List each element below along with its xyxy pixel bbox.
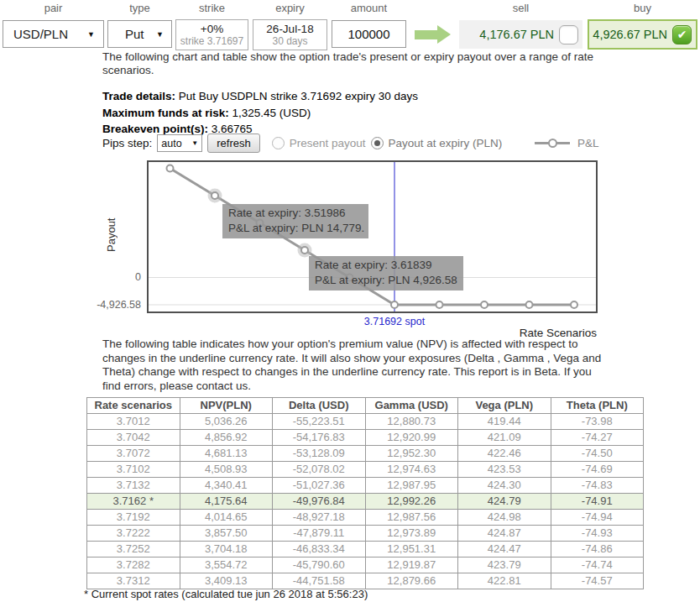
table-cell: 423.53 xyxy=(458,462,551,478)
table-cell: 3.7012 xyxy=(87,414,180,430)
sell-checkbox[interactable] xyxy=(559,25,578,44)
table-cell: 419.44 xyxy=(458,414,551,430)
table-header-row: Rate scenariosNPV(PLN)Delta (USD)Gamma (… xyxy=(87,398,644,414)
table-cell: -46,833.34 xyxy=(273,542,366,558)
table-row: 3.71924,014.65-48,927.1812,987.56424.98-… xyxy=(87,510,644,526)
trade-details-label: Trade details: xyxy=(102,90,175,102)
table-cell: 12,992.26 xyxy=(365,494,458,510)
sell-price-box[interactable]: 4,176.67 PLN xyxy=(459,20,582,49)
table-cell: 3,857.50 xyxy=(180,526,273,542)
table-cell: 3.7312 xyxy=(87,573,180,589)
refresh-button[interactable]: refresh xyxy=(207,133,259,153)
chart-point[interactable] xyxy=(391,301,398,308)
pair-select-value: USD/PLN xyxy=(13,27,68,41)
sell-column-label: sell xyxy=(459,2,582,14)
chart-tooltip: Rate at expiry: 3.61839 P&L at expiry: P… xyxy=(309,256,463,291)
table-cell: -54,176.83 xyxy=(273,430,366,446)
table-cell: 12,880.73 xyxy=(365,414,458,430)
chart-point[interactable] xyxy=(436,301,443,308)
pips-step-select[interactable]: auto ▼ xyxy=(157,134,202,152)
table-cell: -74.27 xyxy=(551,430,644,446)
payout-at-expiry-radio[interactable] xyxy=(371,137,384,149)
expiry-column-label: expiry xyxy=(253,2,327,14)
strike-value: strike 3.71697 xyxy=(180,35,243,48)
table-cell: 421.09 xyxy=(458,430,551,446)
chart-point[interactable] xyxy=(301,247,308,254)
y-tick-premium: -4,926.58 xyxy=(82,299,141,311)
table-cell: 424.79 xyxy=(458,494,551,510)
table-row: 3.71024,508.93-52,078.0212,974.63423.53-… xyxy=(87,462,644,478)
buy-checkbox-checked[interactable]: ✔ xyxy=(672,25,692,44)
tooltip-rate: Rate at expiry: 3.61839 xyxy=(315,258,457,273)
table-cell: 424.47 xyxy=(458,542,551,558)
table-cell: 12,987.95 xyxy=(365,478,458,494)
type-column-label: type xyxy=(107,2,172,14)
payout-chart[interactable]: Rate at expiry: 3.51986 P&L at expiry: P… xyxy=(147,160,598,313)
table-cell: 424.87 xyxy=(458,526,551,542)
chart-point[interactable] xyxy=(525,301,532,308)
pair-select[interactable]: USD/PLN ▼ xyxy=(3,20,104,48)
table-cell: 422.81 xyxy=(458,573,551,589)
amount-input[interactable] xyxy=(332,20,406,48)
max-risk-line: Maximum funds at risk: 1,325.45 (USD) xyxy=(102,105,418,122)
table-cell: 12,920.99 xyxy=(365,430,458,446)
tooltip-pnl: P&L at expiry: PLN 4,926.58 xyxy=(315,273,457,288)
sell-price: 4,176.67 PLN xyxy=(479,28,554,41)
table-header-cell: NPV(PLN) xyxy=(180,398,273,414)
chart-legend: P&L xyxy=(535,133,599,154)
present-payout-label: Present payout xyxy=(290,137,366,149)
table-cell: 3.7132 xyxy=(87,478,180,494)
max-risk-label: Maximum funds at risk: xyxy=(102,107,229,119)
table-cell: 4,014.65 xyxy=(180,510,273,526)
table-cell: 424.98 xyxy=(458,510,551,526)
expiry-days: 30 days xyxy=(272,35,307,48)
expiry-box[interactable]: 26-Jul-18 30 days xyxy=(253,19,327,50)
spot-rate-footnote: * Current spot rates (calculated tue jun… xyxy=(84,588,368,600)
table-header-cell: Delta (USD) xyxy=(273,398,366,414)
green-arrow-icon xyxy=(415,30,437,39)
table-row: 3.70724,681.13-53,128.0912,952.30422.46-… xyxy=(87,446,644,462)
options-payout-page: pair type strike expiry amount sell buy … xyxy=(0,0,700,602)
trade-details-line: Trade details: Put Buy USDPLN strike 3.7… xyxy=(102,88,418,105)
type-select[interactable]: Put ▼ xyxy=(107,20,172,48)
table-cell: 12,951.31 xyxy=(365,542,458,558)
table-row: 3.70424,856.92-54,176.8312,920.99421.09-… xyxy=(87,430,644,446)
strike-box[interactable]: +0% strike 3.71697 xyxy=(175,19,248,50)
table-cell: 3.7282 xyxy=(87,558,180,573)
legend-label: P&L xyxy=(577,137,599,149)
intro-paragraph: The following chart and table show the o… xyxy=(102,50,606,77)
legend-point-icon xyxy=(548,139,557,148)
strike-percent: +0% xyxy=(201,23,223,35)
chart-point[interactable] xyxy=(212,192,218,199)
y-tick-zero: 0 xyxy=(82,271,141,283)
table-cell: -74.93 xyxy=(551,526,644,542)
tooltip-pnl: P&L at expiry: PLN 14,779. xyxy=(228,221,363,236)
table-cell: -53,128.09 xyxy=(273,446,366,462)
chart-point[interactable] xyxy=(571,301,577,308)
chart-point[interactable] xyxy=(167,165,174,172)
table-header-cell: Gamma (USD) xyxy=(365,398,458,414)
table-row-current-spot: 3.7162 *4,175.64-49,976.8412,992.26424.7… xyxy=(87,494,644,510)
max-risk-value: 1,325.45 (USD) xyxy=(229,107,311,119)
table-header-cell: Vega (PLN) xyxy=(458,398,551,414)
table-cell: 3.7192 xyxy=(87,510,180,526)
chevron-down-icon: ▼ xyxy=(156,30,164,39)
buy-price-box[interactable]: 4,926.67 PLN ✔ xyxy=(588,19,697,50)
table-cell: 12,987.56 xyxy=(365,510,458,526)
type-select-value: Put xyxy=(125,27,144,41)
expiry-date: 26-Jul-18 xyxy=(266,23,313,35)
table-header-cell: Theta (PLN) xyxy=(551,398,644,414)
trade-details-value: Put Buy USDPLN strike 3.71692 expiry 30 … xyxy=(175,90,418,102)
table-cell: -74.69 xyxy=(551,462,644,478)
table-cell: 4,175.64 xyxy=(180,494,273,510)
table-cell: 3,554.72 xyxy=(180,558,273,573)
present-payout-radio[interactable] xyxy=(272,137,285,149)
table-cell: -45,790.60 xyxy=(273,558,366,573)
chart-point[interactable] xyxy=(481,301,488,308)
chart-tooltip: Rate at expiry: 3.51986 P&L at expiry: P… xyxy=(222,204,368,238)
strike-column-label: strike xyxy=(175,2,248,14)
table-cell: 3.7072 xyxy=(87,446,180,462)
table-cell: 3.7042 xyxy=(87,430,180,446)
pips-step-row: Pips step: auto ▼ refresh Present payout… xyxy=(102,133,502,154)
table-cell: -44,751.58 xyxy=(273,573,366,589)
